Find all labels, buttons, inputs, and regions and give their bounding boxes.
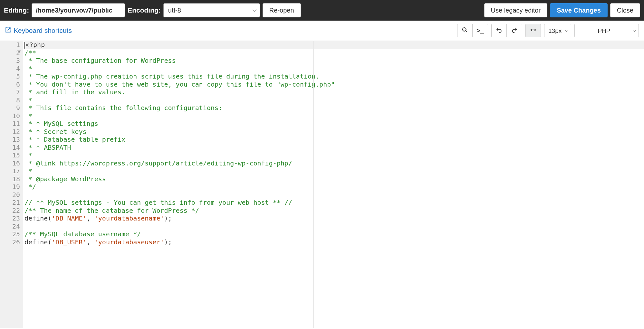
code-token: * @link https://wordpress.org/support/ar… — [24, 159, 292, 167]
wrap-toggle-button[interactable] — [525, 24, 541, 37]
code-token: * * MySQL settings — [24, 120, 98, 127]
code-line[interactable]: * The wp-config.php creation script uses… — [24, 72, 644, 80]
line-number: 3 — [1, 57, 20, 65]
reopen-button[interactable]: Re-open — [263, 3, 301, 17]
code-token: /** MySQL database username */ — [24, 230, 141, 238]
code-token: ); — [164, 238, 172, 246]
code-line[interactable]: * @link https://wordpress.org/support/ar… — [24, 159, 644, 167]
code-line[interactable]: /** — [24, 49, 644, 57]
arrows-horizontal-icon — [530, 27, 536, 35]
top-toolbar: Editing: Encoding: utf-8 Re-open Use leg… — [0, 0, 644, 21]
line-number: 20 — [1, 191, 20, 199]
editing-label: Editing: — [4, 6, 29, 14]
line-number: 19 — [1, 183, 20, 191]
code-line[interactable] — [24, 222, 644, 230]
code-line[interactable]: * You don't have to use the web site, yo… — [24, 80, 644, 89]
code-token: , — [87, 214, 94, 222]
terminal-button[interactable]: >_ — [473, 24, 488, 37]
legacy-editor-button[interactable]: Use legacy editor — [484, 3, 548, 17]
code-token: 'DB_USER' — [52, 238, 86, 246]
code-token: <?php — [25, 41, 45, 49]
code-line[interactable]: * and fill in the values. — [24, 88, 644, 96]
code-line[interactable]: * * ABSPATH — [24, 144, 644, 152]
code-line[interactable]: * — [24, 112, 644, 120]
code-line[interactable]: * * Secret keys — [24, 128, 644, 136]
keyboard-shortcuts-link[interactable]: Keyboard shortcuts — [5, 27, 72, 34]
code-line[interactable]: * — [24, 151, 644, 159]
code-token: * @package WordPress — [24, 175, 106, 183]
code-token: * The base configuration for WordPress — [24, 57, 176, 64]
line-number: 11 — [1, 120, 20, 128]
line-number: 24 — [1, 222, 20, 230]
code-line[interactable]: <?php — [24, 41, 644, 49]
line-number-gutter: 1234567891011121314151617181920212223242… — [0, 41, 23, 328]
undo-icon — [496, 27, 502, 35]
code-token: * — [24, 65, 32, 72]
code-editor[interactable]: 1234567891011121314151617181920212223242… — [0, 41, 644, 328]
code-line[interactable]: */ — [24, 183, 644, 191]
fold-marker-icon[interactable] — [18, 51, 21, 53]
code-token: */ — [24, 183, 36, 191]
line-number: 9 — [1, 104, 20, 112]
font-size-select[interactable]: 13px — [544, 24, 571, 37]
code-line[interactable]: * * Database table prefix — [24, 136, 644, 144]
code-token: define( — [24, 238, 52, 246]
external-link-icon — [5, 27, 11, 34]
code-token: 'DB_NAME' — [52, 214, 86, 222]
save-changes-button[interactable]: Save Changes — [550, 3, 608, 17]
code-line[interactable]: /** The name of the database for WordPre… — [24, 207, 644, 215]
code-token: /** The name of the database for WordPre… — [24, 207, 199, 214]
code-token: 'yourdatabaseuser' — [94, 238, 164, 246]
line-number: 12 — [1, 128, 20, 136]
code-line[interactable]: /** MySQL database username */ — [24, 230, 644, 238]
code-token: * — [24, 151, 32, 159]
code-token: /** — [24, 49, 36, 57]
language-select[interactable]: PHP — [574, 24, 639, 37]
close-button[interactable]: Close — [610, 3, 640, 17]
search-icon — [462, 27, 468, 35]
line-number: 14 — [1, 144, 20, 152]
line-number: 16 — [1, 159, 20, 167]
code-token: * — [24, 167, 32, 175]
code-line[interactable] — [24, 191, 644, 199]
code-line[interactable]: * This file contains the following confi… — [24, 104, 644, 112]
line-number: 18 — [1, 175, 20, 183]
terminal-icon: >_ — [476, 27, 484, 34]
encoding-select[interactable]: utf-8 — [163, 3, 260, 17]
encoding-label: Encoding: — [128, 6, 161, 14]
file-path-input[interactable] — [32, 3, 125, 17]
text-cursor — [24, 42, 25, 49]
editor-toolbar: Keyboard shortcuts >_ 13px — [0, 21, 644, 41]
code-token: * * Secret keys — [24, 128, 87, 136]
code-token: , — [87, 238, 94, 246]
svg-line-1 — [466, 31, 467, 32]
line-number: 23 — [1, 214, 20, 222]
code-token: * and fill in the values. — [24, 88, 125, 96]
line-number: 10 — [1, 112, 20, 120]
code-token: 'yourdatabasename' — [94, 214, 164, 222]
code-token: * — [24, 96, 32, 104]
code-line[interactable]: // ** MySQL settings - You can get this … — [24, 199, 644, 207]
search-button[interactable] — [457, 24, 473, 37]
code-token: * This file contains the following confi… — [24, 104, 222, 112]
code-token: * The wp-config.php creation script uses… — [24, 72, 319, 80]
code-token: * * Database table prefix — [24, 136, 125, 143]
code-line[interactable]: * @package WordPress — [24, 175, 644, 183]
svg-point-0 — [463, 27, 466, 31]
code-line[interactable]: define('DB_USER', 'yourdatabaseuser'); — [24, 238, 644, 246]
print-margin-line — [313, 41, 314, 328]
line-number: 7 — [1, 88, 20, 96]
code-line[interactable]: * * MySQL settings — [24, 120, 644, 128]
code-line[interactable]: * — [24, 65, 644, 73]
code-token: // ** MySQL settings - You can get this … — [24, 199, 292, 206]
redo-button[interactable] — [507, 24, 522, 37]
code-line[interactable]: * The base configuration for WordPress — [24, 57, 644, 65]
code-line[interactable]: * — [24, 167, 644, 175]
code-line[interactable]: * — [24, 96, 644, 104]
code-token: * You don't have to use the web site, yo… — [24, 80, 335, 88]
line-number: 1 — [1, 41, 20, 49]
code-area[interactable]: <?php/** * The base configuration for Wo… — [23, 41, 644, 328]
undo-button[interactable] — [491, 24, 507, 37]
line-number: 2 — [1, 49, 20, 57]
code-line[interactable]: define('DB_NAME', 'yourdatabasename'); — [24, 214, 644, 222]
